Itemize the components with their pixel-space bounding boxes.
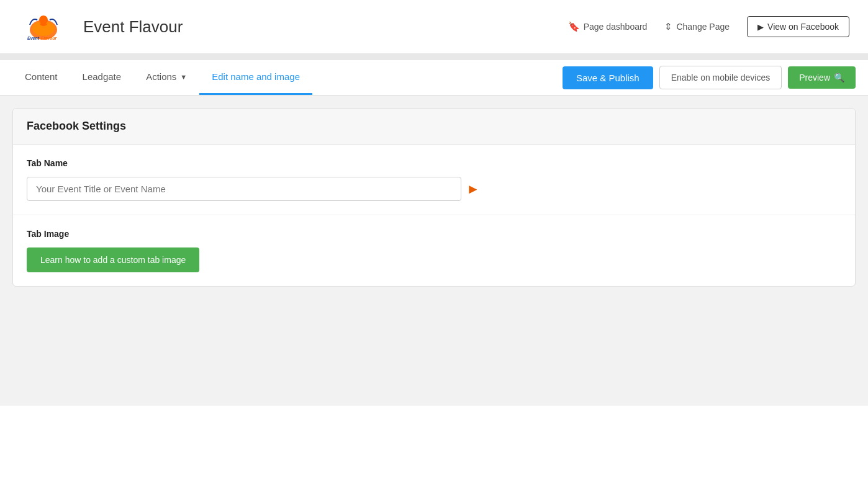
- svg-point-2: [39, 16, 48, 24]
- separator-bar: [0, 54, 868, 60]
- tab-edit-name-image[interactable]: Edit name and image: [199, 60, 312, 95]
- brand-title: Event Flavour: [83, 17, 183, 37]
- header-actions: 🔖 Page dashboard ⇕ Change Page ▶ View on…: [568, 16, 849, 37]
- tab-image-section: Tab Image Learn how to add a custom tab …: [13, 215, 855, 286]
- save-publish-button[interactable]: Save & Publish: [563, 66, 653, 89]
- search-icon: 🔍: [834, 73, 844, 82]
- logo: Event Flavour: [19, 11, 68, 42]
- arrow-right-icon: ►: [466, 181, 480, 197]
- bookmark-icon: 🔖: [568, 21, 580, 32]
- tab-name-section-label: Tab Name: [27, 158, 841, 168]
- switch-icon: ⇕: [664, 21, 672, 32]
- view-on-facebook-button[interactable]: ▶ View on Facebook: [747, 16, 849, 37]
- tabs-navigation: Content Leadgate Actions ▼ Edit name and…: [0, 60, 868, 96]
- learn-tab-image-button[interactable]: Learn how to add a custom tab image: [27, 247, 199, 272]
- change-page-link[interactable]: ⇕ Change Page: [664, 21, 730, 32]
- tab-name-row: ► Saved: [27, 177, 841, 201]
- view-on-facebook-label: View on Facebook: [767, 22, 839, 32]
- page-dashboard-link[interactable]: 🔖 Page dashboard: [568, 21, 648, 32]
- settings-title: Facebook Settings: [27, 120, 841, 133]
- tab-actions[interactable]: Actions ▼: [133, 60, 199, 95]
- change-page-label: Change Page: [676, 22, 730, 32]
- tab-image-section-label: Tab Image: [27, 229, 841, 239]
- enable-mobile-button[interactable]: Enable on mobile devices: [659, 66, 782, 89]
- tab-leadgate[interactable]: Leadgate: [70, 60, 134, 95]
- tab-name-input[interactable]: [27, 177, 461, 201]
- tab-name-section: Tab Name ► Saved: [13, 145, 855, 215]
- page-dashboard-label: Page dashboard: [584, 22, 648, 32]
- brand-area: Event Flavour Event Flavour: [19, 11, 183, 42]
- settings-card-header: Facebook Settings: [13, 109, 855, 145]
- facebook-settings-card: Facebook Settings Tab Name ► Saved Tab I…: [12, 108, 856, 287]
- tab-name-input-container: ►: [27, 177, 182, 201]
- preview-button[interactable]: Preview 🔍: [788, 66, 856, 89]
- app-header: Event Flavour Event Flavour 🔖 Page dashb…: [0, 0, 868, 54]
- play-icon: ▶: [757, 22, 764, 32]
- preview-label: Preview: [799, 73, 830, 82]
- svg-text:Event: Event: [27, 36, 40, 40]
- main-content: Facebook Settings Tab Name ► Saved Tab I…: [0, 96, 868, 406]
- logo-icon: Event Flavour: [19, 11, 68, 42]
- chevron-down-icon: ▼: [180, 73, 187, 81]
- svg-text:Flavour: Flavour: [41, 36, 58, 40]
- tab-content[interactable]: Content: [12, 60, 70, 95]
